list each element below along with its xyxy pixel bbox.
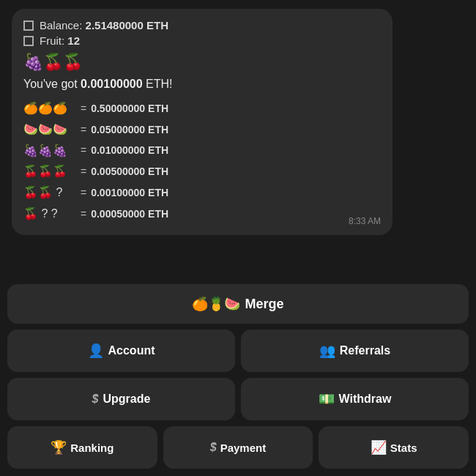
balance-label: Balance: xyxy=(40,19,82,31)
withdraw-label: Withdraw xyxy=(339,393,392,406)
stats-button[interactable]: 📈 Stats xyxy=(319,426,469,469)
bottom-row: 🏆 Ranking $ Payment 📈 Stats xyxy=(7,426,469,469)
balance-line: Balance: 2.51480000 ETH xyxy=(23,19,381,31)
fruit-row-4-emojis: 🍒🍒🍒 xyxy=(23,161,76,182)
chat-bubble: Balance: 2.51480000 ETH Fruit: 12 🍇🍒🍒 Yo… xyxy=(12,9,393,235)
fruit-row-5-value: 0.00100000 ETH xyxy=(91,184,168,202)
ranking-label: Ranking xyxy=(70,442,114,454)
account-referrals-row: 👤 Account 👥 Referrals xyxy=(7,330,469,372)
stats-label: Stats xyxy=(390,442,417,454)
stats-icon: 📈 xyxy=(371,439,387,455)
got-prefix: You've got xyxy=(23,78,81,90)
fruit-row-4: 🍒🍒🍒 = 0.00500000 ETH xyxy=(23,161,381,182)
got-amount: 0.00100000 xyxy=(81,78,143,90)
fruit-icon xyxy=(23,36,34,46)
referrals-label: Referrals xyxy=(340,344,390,357)
ranking-button[interactable]: 🏆 Ranking xyxy=(7,426,157,469)
account-label: Account xyxy=(108,344,155,357)
fruit-row-3-value: 0.01000000 ETH xyxy=(91,141,168,160)
decorative-fruit-emojis: 🍇🍒🍒 xyxy=(23,53,381,72)
payment-button[interactable]: $ Payment xyxy=(163,426,313,469)
fruit-row-6-emojis: 🍒 ? ? xyxy=(23,204,76,225)
fruit-row-2-value: 0.05000000 ETH xyxy=(91,121,168,139)
fruit-table: 🍊🍊🍊 = 0.50000000 ETH 🍉🍉🍉 = 0.05000000 ET… xyxy=(23,98,381,225)
bottom-buttons: 🍊🍍🍉 Merge 👤 Account 👥 Referrals $ Upgrad… xyxy=(0,278,476,476)
account-icon: 👤 xyxy=(88,343,104,359)
withdraw-icon: 💵 xyxy=(319,391,335,407)
upgrade-icon: $ xyxy=(92,393,99,406)
upgrade-button[interactable]: $ Upgrade xyxy=(7,378,235,420)
upgrade-label: Upgrade xyxy=(103,393,151,406)
timestamp: 8:33 AM xyxy=(349,216,381,226)
fruit-row-3: 🍇🍇🍇 = 0.01000000 ETH xyxy=(23,141,381,162)
fruit-label: Fruit: xyxy=(40,34,64,47)
fruit-row-1: 🍊🍊🍊 = 0.50000000 ETH xyxy=(23,98,381,119)
fruit-row-2-emojis: 🍉🍉🍉 xyxy=(23,119,76,141)
account-button[interactable]: 👤 Account xyxy=(7,330,235,372)
fruit-row-1-emojis: 🍊🍊🍊 xyxy=(23,98,76,119)
fruit-line: Fruit: 12 xyxy=(23,34,381,47)
withdraw-button[interactable]: 💵 Withdraw xyxy=(241,378,469,420)
payment-label: Payment xyxy=(220,442,267,454)
fruit-row-5: 🍒🍒 ? = 0.00100000 ETH xyxy=(23,182,381,204)
referrals-button[interactable]: 👥 Referrals xyxy=(241,330,469,372)
chat-area: Balance: 2.51480000 ETH Fruit: 12 🍇🍒🍒 Yo… xyxy=(0,0,476,244)
merge-button[interactable]: 🍊🍍🍉 Merge xyxy=(7,284,469,324)
fruit-row-6: 🍒 ? ? = 0.00050000 ETH xyxy=(23,204,381,225)
fruit-row-3-emojis: 🍇🍇🍇 xyxy=(23,141,76,162)
merge-row: 🍊🍍🍉 Merge xyxy=(7,284,469,324)
fruit-row-4-value: 0.00500000 ETH xyxy=(91,163,168,181)
got-suffix: ETH! xyxy=(143,78,173,90)
fruit-row-6-value: 0.00050000 ETH xyxy=(91,205,168,223)
merge-label: Merge xyxy=(245,297,283,312)
fruit-value: 12 xyxy=(67,34,80,47)
got-eth-message: You've got 0.00100000 ETH! xyxy=(23,78,381,91)
balance-icon xyxy=(23,21,34,31)
merge-icon: 🍊🍍🍉 xyxy=(192,296,240,312)
payment-icon: $ xyxy=(210,441,217,454)
referrals-icon: 👥 xyxy=(319,343,335,359)
upgrade-withdraw-row: $ Upgrade 💵 Withdraw xyxy=(7,378,469,420)
fruit-row-2: 🍉🍉🍉 = 0.05000000 ETH xyxy=(23,119,381,141)
fruit-row-5-emojis: 🍒🍒 ? xyxy=(23,182,76,204)
ranking-icon: 🏆 xyxy=(51,439,67,455)
balance-value: 2.51480000 ETH xyxy=(86,19,168,31)
fruit-row-1-value: 0.50000000 ETH xyxy=(91,100,168,118)
